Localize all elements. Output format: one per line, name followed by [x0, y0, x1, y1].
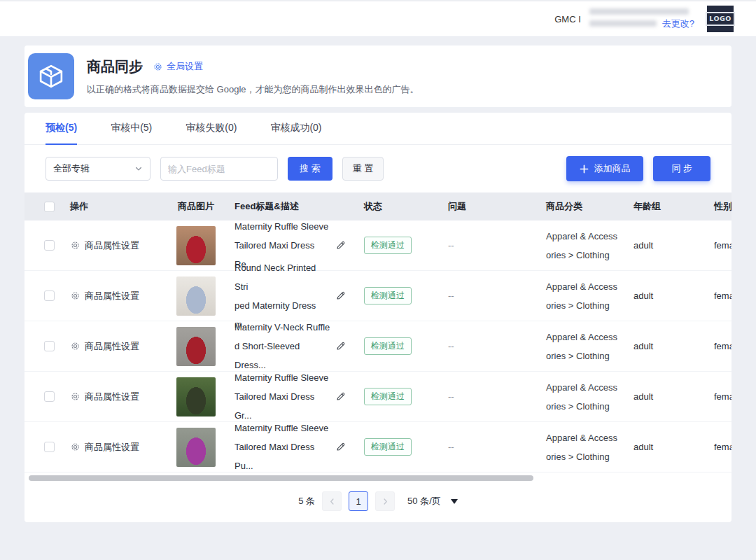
album-select[interactable]: 全部专辑: [46, 157, 150, 181]
col-header-status: 状态: [357, 200, 441, 213]
tab-review-passed[interactable]: 审核成功(0): [270, 113, 321, 145]
caret-down-icon[interactable]: [451, 499, 458, 507]
edit-pencil-icon[interactable]: [335, 391, 346, 402]
status-badge: 检测通过: [364, 287, 412, 304]
age-group-value: adult: [626, 391, 707, 402]
blurred-merchant-info: 去更改?: [589, 8, 694, 30]
horizontal-scrollbar[interactable]: [27, 475, 729, 482]
table-row: 商品属性设置 Maternity V-Neck Ruffled Short-Sl…: [24, 321, 732, 372]
issue-value: --: [441, 240, 539, 251]
plus-icon: [580, 164, 589, 174]
col-header-action: 操作: [70, 200, 164, 213]
tab-review-failed[interactable]: 审核失败(0): [186, 113, 237, 145]
add-product-button[interactable]: 添加商品: [566, 156, 643, 181]
status-badge: 检测通过: [364, 337, 412, 355]
add-product-label: 添加商品: [594, 162, 630, 175]
product-attr-settings-button[interactable]: 商品属性设置: [70, 239, 164, 252]
category-value: Apparel & Accessories > Clothing: [546, 227, 626, 265]
sync-button[interactable]: 同 步: [653, 156, 710, 181]
age-group-value: adult: [626, 341, 707, 351]
gender-value: female: [707, 391, 732, 402]
col-header-feed: Feed标题&描述: [227, 200, 357, 213]
issue-value: --: [441, 290, 539, 301]
product-thumbnail: [176, 226, 216, 265]
gender-value: female: [707, 341, 732, 351]
select-all-checkbox[interactable]: [44, 202, 55, 212]
page-size-value[interactable]: 50 条/页: [407, 495, 441, 507]
category-value: Apparel & Accessories > Clothing: [546, 277, 626, 315]
global-settings-label: 全局设置: [167, 60, 203, 73]
global-settings-link[interactable]: 全局设置: [153, 60, 203, 73]
change-account-link[interactable]: 去更改?: [662, 18, 694, 30]
product-attr-settings-label: 商品属性设置: [85, 290, 139, 302]
product-attr-settings-button[interactable]: 商品属性设置: [70, 340, 164, 353]
page-header-card: 商品同步 全局设置 以正确的格式将商品数据提交给 Google，才能为您的商品制…: [24, 46, 732, 107]
pagination: 5 条 1 50 条/页: [24, 482, 732, 521]
product-attr-settings-label: 商品属性设置: [85, 340, 139, 353]
col-header-issue: 问题: [441, 200, 539, 213]
product-table: 操作 商品图片 Feed标题&描述 状态 问题 商品分类 年龄组 性别 商品属性…: [24, 192, 732, 472]
product-thumbnail: [176, 276, 216, 316]
gear-icon: [70, 442, 80, 452]
search-button[interactable]: 搜 索: [288, 157, 332, 181]
col-header-category: 商品分类: [539, 200, 626, 213]
product-attr-settings-button[interactable]: 商品属性设置: [70, 441, 164, 454]
gender-value: female: [707, 442, 732, 452]
category-value: Apparel & Accessories > Clothing: [546, 378, 626, 416]
table-row: 商品属性设置 Maternity Ruffle SleeveTailored M…: [24, 372, 732, 422]
main-content: 商品同步 全局设置 以正确的格式将商品数据提交给 Google，才能为您的商品制…: [0, 37, 756, 522]
issue-value: --: [441, 442, 539, 452]
gear-icon: [70, 240, 80, 251]
total-count: 5 条: [298, 495, 315, 507]
feed-title-input[interactable]: [160, 157, 278, 181]
product-attr-settings-button[interactable]: 商品属性设置: [70, 290, 164, 302]
tab-precheck[interactable]: 预检(5): [46, 113, 77, 145]
chevron-left-icon: [328, 498, 336, 505]
status-tabs: 预检(5) 审核中(5) 审核失败(0) 审核成功(0): [24, 113, 732, 145]
gear-icon: [70, 391, 80, 402]
tab-in-review[interactable]: 审核中(5): [111, 113, 152, 145]
row-checkbox[interactable]: [44, 442, 55, 452]
cube-icon: [36, 62, 66, 91]
blurred-text-line: [589, 8, 689, 15]
edit-pencil-icon[interactable]: [335, 290, 346, 301]
sync-label: 同 步: [671, 162, 692, 175]
table-header-row: 操作 商品图片 Feed标题&描述 状态 问题 商品分类 年龄组 性别: [24, 192, 732, 220]
edit-pencil-icon[interactable]: [335, 442, 346, 452]
status-badge: 检测通过: [364, 237, 412, 254]
product-thumbnail: [176, 377, 216, 416]
row-checkbox[interactable]: [44, 240, 55, 251]
row-checkbox[interactable]: [44, 290, 55, 301]
issue-value: --: [441, 341, 539, 351]
table-row: 商品属性设置 Maternity Ruffle SleeveTailored M…: [24, 422, 732, 472]
gear-icon: [153, 62, 163, 72]
next-page-button[interactable]: [375, 491, 395, 511]
age-group-value: adult: [626, 442, 707, 452]
current-page-button[interactable]: 1: [349, 491, 368, 511]
product-table-card: 预检(5) 审核中(5) 审核失败(0) 审核成功(0) 全部专辑 搜 索 重 …: [24, 113, 732, 522]
prev-page-button[interactable]: [322, 491, 342, 511]
issue-value: --: [441, 391, 539, 402]
age-group-value: adult: [626, 290, 707, 301]
filter-bar: 全部专辑 搜 索 重 置 添加商品 同 步: [24, 145, 732, 192]
album-select-value: 全部专辑: [53, 162, 90, 175]
category-value: Apparel & Accessories > Clothing: [546, 328, 626, 365]
feed-title: Maternity V-Neck Ruffled Short-Sleeved D…: [234, 318, 331, 374]
top-navbar: GMC I 去更改? LOGO: [0, 0, 756, 37]
status-badge: 检测通过: [364, 388, 412, 405]
chevron-right-icon: [382, 498, 389, 505]
gear-icon: [70, 341, 80, 351]
edit-pencil-icon[interactable]: [335, 341, 346, 351]
logo-text: LOGO: [706, 12, 735, 26]
table-row: 商品属性设置 Maternity Ruffle SleeveTailored M…: [24, 220, 732, 271]
col-header-gender: 性别: [707, 200, 732, 213]
horizontal-scrollbar-thumb[interactable]: [29, 475, 533, 481]
gmc-account-label: GMC I: [554, 14, 581, 24]
row-checkbox[interactable]: [44, 341, 55, 351]
row-checkbox[interactable]: [44, 391, 55, 402]
reset-button[interactable]: 重 置: [342, 157, 384, 181]
col-header-age: 年龄组: [626, 200, 707, 213]
edit-pencil-icon[interactable]: [335, 240, 346, 251]
category-value: Apparel & Accessories > Clothing: [546, 428, 626, 466]
product-attr-settings-button[interactable]: 商品属性设置: [70, 391, 164, 403]
